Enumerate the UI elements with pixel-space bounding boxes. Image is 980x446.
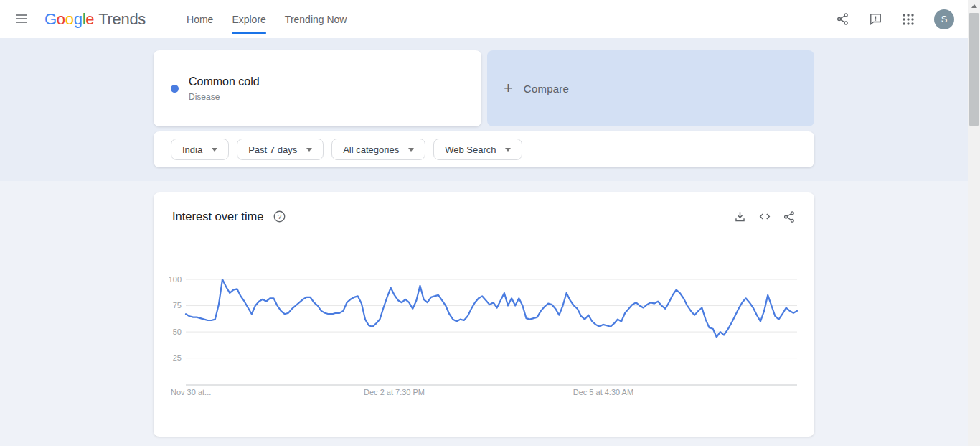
app-header: Google Trends Home Explore Trending Now [0, 0, 968, 38]
svg-text:50: 50 [173, 327, 182, 336]
google-apps-button[interactable] [902, 13, 915, 26]
avatar[interactable]: S [934, 9, 954, 29]
chevron-down-icon [408, 148, 414, 152]
chart-header: Interest over time ? [172, 210, 796, 223]
google-wordmark: Google [44, 10, 94, 29]
svg-text:100: 100 [169, 275, 182, 284]
chart-toolbar [733, 210, 796, 223]
up-triangle-icon [971, 4, 977, 8]
filter-time-range-dropdown[interactable]: Past 7 days [237, 139, 324, 160]
share-icon [836, 12, 849, 26]
scrollbar-up-arrow[interactable] [968, 0, 980, 11]
main-nav: Home Explore Trending Now [177, 0, 356, 38]
svg-text:75: 75 [173, 301, 182, 310]
filter-bar: India Past 7 days All categories Web Sea… [154, 131, 814, 167]
svg-text:25: 25 [173, 353, 182, 362]
embed-button[interactable] [758, 210, 772, 223]
chart-title: Interest over time [172, 210, 263, 223]
help-button[interactable]: ? [273, 210, 286, 223]
share-icon [783, 210, 796, 223]
search-terms-row: Common cold Disease + Compare [154, 50, 814, 126]
svg-text:Dec 2 at 7:30 PM: Dec 2 at 7:30 PM [364, 388, 425, 396]
filter-region-dropdown[interactable]: India [171, 139, 229, 160]
chevron-down-icon [212, 148, 217, 152]
explore-content: Common cold Disease + Compare India Past… [154, 50, 814, 437]
scrollbar[interactable] [968, 0, 980, 446]
interest-over-time-card: Interest over time ? [154, 192, 814, 437]
plus-icon: + [504, 80, 513, 96]
download-csv-button[interactable] [733, 210, 747, 223]
search-term-card[interactable]: Common cold Disease [154, 50, 481, 126]
chart-share-button[interactable] [783, 210, 796, 223]
compare-add-card[interactable]: + Compare [487, 50, 814, 126]
feedback-icon [869, 12, 882, 26]
hamburger-menu-button[interactable] [12, 10, 31, 29]
chevron-down-icon [306, 148, 312, 152]
embed-code-icon [758, 210, 772, 223]
nav-item-explore[interactable]: Explore [222, 0, 275, 38]
series-color-dot-icon [171, 85, 179, 93]
compare-label: Compare [524, 83, 569, 95]
page: Google Trends Home Explore Trending Now [0, 0, 968, 446]
svg-text:Nov 30 at...: Nov 30 at... [171, 388, 211, 396]
feedback-button[interactable] [869, 12, 882, 26]
interest-over-time-chart[interactable]: 100755025Nov 30 at...Dec 2 at 7:30 PMDec… [167, 270, 802, 406]
nav-item-trending-now[interactable]: Trending Now [275, 0, 357, 38]
apps-grid-icon [902, 13, 915, 26]
chevron-down-icon [505, 148, 511, 152]
scrollbar-thumb[interactable] [969, 13, 979, 126]
header-actions: S [836, 9, 968, 29]
search-term-title: Common cold [189, 75, 260, 88]
search-term-type: Disease [189, 92, 260, 102]
filter-category-dropdown[interactable]: All categories [331, 139, 425, 160]
trends-wordmark: Trends [98, 10, 146, 29]
help-icon: ? [273, 210, 286, 223]
hamburger-icon [14, 11, 29, 26]
filter-search-type-dropdown[interactable]: Web Search [433, 139, 522, 160]
svg-text:?: ? [278, 213, 282, 220]
nav-item-home[interactable]: Home [177, 0, 222, 38]
active-tab-indicator [232, 32, 265, 34]
google-trends-logo[interactable]: Google Trends [44, 10, 146, 29]
share-button[interactable] [836, 12, 849, 26]
svg-text:Dec 5 at 4:30 AM: Dec 5 at 4:30 AM [573, 388, 633, 396]
download-icon [733, 210, 747, 223]
